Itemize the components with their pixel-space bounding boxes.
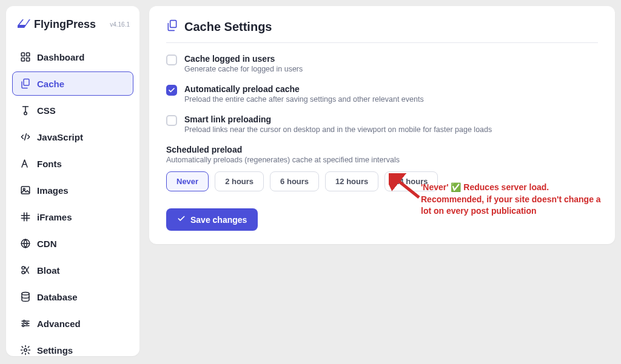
svg-rect-27 — [170, 21, 176, 28]
cdn-icon — [20, 238, 31, 249]
sidebar-item-label: Settings — [37, 345, 73, 356]
sidebar-item-label: CSS — [37, 105, 56, 116]
sidebar-item-label: CDN — [37, 239, 57, 249]
panel-title: Cache Settings — [184, 20, 272, 34]
sidebar-item-dashboard[interactable]: Dashboard — [12, 45, 133, 69]
sidebar-item-iframes[interactable]: iFrames — [12, 205, 133, 229]
svg-rect-8 — [21, 187, 30, 194]
sidebar-item-label: Cache — [37, 79, 64, 89]
svg-rect-0 — [21, 53, 24, 56]
scheduled-preload-desc: Automatically preloads (regenerates) cac… — [166, 156, 598, 164]
sidebar-item-label: iFrames — [37, 212, 72, 222]
annotation-text: 'Never' ✅ Reduces server load. Recommend… — [421, 182, 603, 217]
svg-point-15 — [22, 266, 25, 270]
fonts-icon — [20, 158, 31, 169]
sidebar-item-label: Images — [37, 185, 69, 196]
dashboard-icon — [20, 51, 31, 62]
brand: FlyingPress v4.16.1 — [12, 17, 133, 40]
schedule-option[interactable]: 6 hours — [270, 171, 319, 191]
code-icon — [20, 131, 31, 142]
svg-rect-2 — [21, 58, 24, 61]
sidebar-item-label: Bloat — [37, 265, 60, 276]
checkbox[interactable] — [166, 115, 177, 126]
svg-point-5 — [24, 112, 27, 115]
svg-point-16 — [22, 271, 25, 274]
sidebar-item-cdn[interactable]: CDN — [12, 231, 133, 256]
setting-text: Automatically preload cachePreload the e… — [184, 84, 424, 104]
sidebar-item-label: Advanced — [37, 319, 81, 329]
setting-row: Smart link preloadingPreload links near … — [166, 114, 598, 134]
schedule-option[interactable]: 12 hours — [325, 171, 378, 191]
sidebar-item-advanced[interactable]: Advanced — [12, 311, 133, 336]
svg-rect-4 — [24, 79, 29, 86]
svg-point-23 — [26, 323, 28, 325]
iframes-icon — [20, 211, 31, 222]
sidebar-item-label: Database — [37, 292, 78, 302]
svg-rect-3 — [27, 58, 30, 61]
save-button-label: Save changes — [190, 215, 247, 225]
setting-title: Smart link preloading — [184, 114, 492, 124]
cache-icon — [20, 78, 31, 89]
sidebar-item-images[interactable]: Images — [12, 178, 133, 202]
sidebar-item-label: Fonts — [37, 159, 62, 169]
sidebar-item-css[interactable]: CSS — [12, 98, 133, 122]
sidebar-item-database[interactable]: Database — [12, 285, 133, 309]
svg-point-26 — [24, 349, 27, 352]
cache-icon — [166, 19, 178, 34]
schedule-option[interactable]: Never — [166, 171, 209, 191]
brand-version: v4.16.1 — [110, 21, 130, 28]
bloat-icon — [20, 265, 31, 276]
setting-text: Cache logged in usersGenerate cache for … — [184, 54, 303, 73]
sidebar-item-label: JavaScript — [37, 132, 83, 142]
svg-point-25 — [22, 325, 24, 326]
save-changes-button[interactable]: Save changes — [166, 208, 258, 231]
settings-list: Cache logged in usersGenerate cache for … — [166, 54, 598, 134]
sidebar-item-fonts[interactable]: Fonts — [12, 151, 133, 176]
setting-desc: Preload links near the cursor on desktop… — [184, 125, 492, 134]
advanced-icon — [20, 318, 31, 329]
setting-desc: Generate cache for logged in users — [184, 65, 303, 73]
brand-logo-icon — [16, 17, 30, 31]
sidebar-item-bloat[interactable]: Bloat — [12, 258, 133, 282]
setting-title: Automatically preload cache — [184, 84, 424, 94]
checkbox[interactable] — [166, 55, 177, 65]
svg-point-21 — [23, 320, 25, 322]
sidebar-item-cache[interactable]: Cache — [12, 71, 133, 96]
panel-cache-settings: Cache Settings Cache logged in usersGene… — [149, 6, 615, 244]
sidebar-nav: DashboardCacheCSSJavaScriptFontsImagesiF… — [12, 45, 133, 362]
setting-title: Cache logged in users — [184, 54, 303, 64]
svg-rect-1 — [27, 53, 30, 56]
sidebar: FlyingPress v4.16.1 DashboardCacheCSSJav… — [6, 6, 139, 356]
panel-header: Cache Settings — [166, 19, 598, 43]
check-icon — [177, 214, 186, 225]
checkbox[interactable] — [166, 85, 177, 96]
brand-name: FlyingPress — [34, 18, 96, 31]
schedule-option[interactable]: 2 hours — [215, 171, 264, 191]
svg-line-6 — [25, 134, 27, 141]
setting-row: Automatically preload cachePreload the e… — [166, 84, 598, 104]
database-icon — [20, 291, 31, 302]
css-icon — [20, 105, 31, 116]
setting-row: Cache logged in usersGenerate cache for … — [166, 54, 598, 73]
setting-text: Smart link preloadingPreload links near … — [184, 114, 492, 134]
svg-point-19 — [22, 293, 29, 296]
scheduled-preload-title: Scheduled preload — [166, 145, 598, 154]
settings-icon — [20, 345, 31, 356]
images-icon — [20, 185, 31, 196]
sidebar-item-javascript[interactable]: JavaScript — [12, 125, 133, 149]
sidebar-item-label: Dashboard — [37, 52, 84, 62]
setting-desc: Preload the entire cache after saving se… — [184, 95, 424, 104]
sidebar-item-settings[interactable]: Settings — [12, 338, 133, 362]
